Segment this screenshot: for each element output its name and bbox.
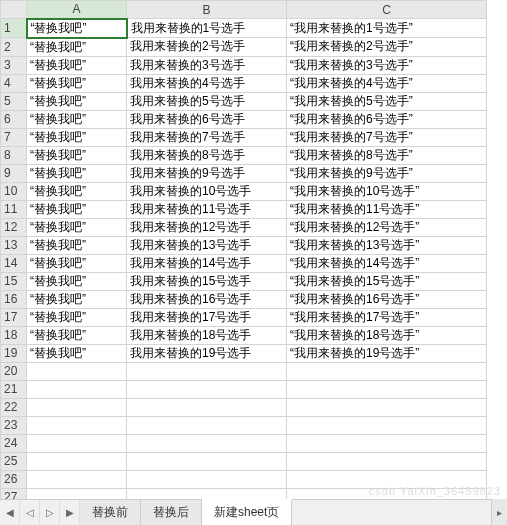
cell[interactable]: “替换我吧”: [27, 74, 127, 92]
cell[interactable]: 我用来替换的16号选手: [127, 290, 287, 308]
row-header[interactable]: 2: [1, 38, 27, 57]
cell[interactable]: 我用来替换的7号选手: [127, 128, 287, 146]
cell[interactable]: [127, 416, 287, 434]
cell[interactable]: “替换我吧”: [27, 254, 127, 272]
cell[interactable]: “我用来替换的18号选手”: [287, 326, 487, 344]
cell[interactable]: 我用来替换的3号选手: [127, 56, 287, 74]
cell[interactable]: [127, 362, 287, 380]
row-header[interactable]: 9: [1, 164, 27, 182]
row-header[interactable]: 11: [1, 200, 27, 218]
cell[interactable]: “替换我吧”: [27, 164, 127, 182]
cell[interactable]: 我用来替换的1号选手: [127, 19, 287, 38]
nav-last-icon[interactable]: ▶: [60, 500, 80, 525]
cell[interactable]: “我用来替换的10号选手”: [287, 182, 487, 200]
row-header[interactable]: 12: [1, 218, 27, 236]
row-header[interactable]: 21: [1, 380, 27, 398]
row-header[interactable]: 24: [1, 434, 27, 452]
cell[interactable]: 我用来替换的2号选手: [127, 38, 287, 57]
cell[interactable]: [127, 434, 287, 452]
cell[interactable]: [27, 470, 127, 488]
col-header-A[interactable]: A: [27, 1, 127, 19]
cell[interactable]: [127, 470, 287, 488]
cell[interactable]: “我用来替换的11号选手”: [287, 200, 487, 218]
cell[interactable]: “我用来替换的13号选手”: [287, 236, 487, 254]
cell[interactable]: “替换我吧”: [27, 92, 127, 110]
cell[interactable]: “我用来替换的1号选手”: [287, 19, 487, 38]
row-header[interactable]: 4: [1, 74, 27, 92]
cell[interactable]: 我用来替换的5号选手: [127, 92, 287, 110]
cell[interactable]: [127, 398, 287, 416]
cell[interactable]: 我用来替换的18号选手: [127, 326, 287, 344]
row-header[interactable]: 23: [1, 416, 27, 434]
cell[interactable]: 我用来替换的4号选手: [127, 74, 287, 92]
cell[interactable]: 我用来替换的6号选手: [127, 110, 287, 128]
cell[interactable]: [27, 452, 127, 470]
row-header[interactable]: 14: [1, 254, 27, 272]
nav-prev-icon[interactable]: ◁: [20, 500, 40, 525]
select-all-corner[interactable]: [1, 1, 27, 19]
row-header[interactable]: 18: [1, 326, 27, 344]
cell[interactable]: “我用来替换的7号选手”: [287, 128, 487, 146]
nav-first-icon[interactable]: ◀: [0, 500, 20, 525]
col-header-B[interactable]: B: [127, 1, 287, 19]
cell[interactable]: [287, 380, 487, 398]
row-header[interactable]: 3: [1, 56, 27, 74]
cell[interactable]: [27, 416, 127, 434]
cell[interactable]: “我用来替换的4号选手”: [287, 74, 487, 92]
cell[interactable]: 我用来替换的14号选手: [127, 254, 287, 272]
scroll-right-icon[interactable]: ▸: [491, 499, 507, 525]
col-header-C[interactable]: C: [287, 1, 487, 19]
cell[interactable]: “我用来替换的17号选手”: [287, 308, 487, 326]
cell[interactable]: “替换我吧”: [27, 290, 127, 308]
sheet-tab-new[interactable]: 新建sheet页: [202, 499, 292, 525]
cell[interactable]: [127, 452, 287, 470]
cell[interactable]: “替换我吧”: [27, 146, 127, 164]
cell[interactable]: “替换我吧”: [27, 236, 127, 254]
cell[interactable]: “替换我吧”: [27, 218, 127, 236]
cell[interactable]: “我用来替换的9号选手”: [287, 164, 487, 182]
cell[interactable]: [287, 416, 487, 434]
cell[interactable]: [127, 380, 287, 398]
cell[interactable]: [287, 362, 487, 380]
cell[interactable]: 我用来替换的13号选手: [127, 236, 287, 254]
cell[interactable]: “我用来替换的19号选手”: [287, 344, 487, 362]
row-header[interactable]: 25: [1, 452, 27, 470]
row-header[interactable]: 26: [1, 470, 27, 488]
cell[interactable]: [287, 452, 487, 470]
cell[interactable]: “我用来替换的3号选手”: [287, 56, 487, 74]
cell[interactable]: “替换我吧”: [27, 19, 127, 38]
sheet-tab-before[interactable]: 替换前: [80, 500, 141, 525]
cell[interactable]: “替换我吧”: [27, 128, 127, 146]
cell[interactable]: [27, 380, 127, 398]
cell[interactable]: “替换我吧”: [27, 200, 127, 218]
cell[interactable]: “我用来替换的16号选手”: [287, 290, 487, 308]
cell[interactable]: “替换我吧”: [27, 272, 127, 290]
row-header[interactable]: 8: [1, 146, 27, 164]
cell[interactable]: 我用来替换的8号选手: [127, 146, 287, 164]
cell[interactable]: “替换我吧”: [27, 38, 127, 57]
row-header[interactable]: 10: [1, 182, 27, 200]
row-header[interactable]: 1: [1, 19, 27, 38]
row-header[interactable]: 20: [1, 362, 27, 380]
cell[interactable]: 我用来替换的19号选手: [127, 344, 287, 362]
cell[interactable]: 我用来替换的17号选手: [127, 308, 287, 326]
cell[interactable]: “我用来替换的14号选手”: [287, 254, 487, 272]
cell[interactable]: “我用来替换的12号选手”: [287, 218, 487, 236]
cell[interactable]: “替换我吧”: [27, 344, 127, 362]
cell[interactable]: 我用来替换的9号选手: [127, 164, 287, 182]
cell[interactable]: “我用来替换的8号选手”: [287, 146, 487, 164]
cell[interactable]: “替换我吧”: [27, 326, 127, 344]
row-header[interactable]: 17: [1, 308, 27, 326]
cell[interactable]: “替换我吧”: [27, 308, 127, 326]
row-header[interactable]: 15: [1, 272, 27, 290]
nav-next-icon[interactable]: ▷: [40, 500, 60, 525]
cell[interactable]: [287, 434, 487, 452]
cell[interactable]: “替换我吧”: [27, 182, 127, 200]
cell[interactable]: “我用来替换的5号选手”: [287, 92, 487, 110]
row-header[interactable]: 13: [1, 236, 27, 254]
cell[interactable]: 我用来替换的11号选手: [127, 200, 287, 218]
row-header[interactable]: 19: [1, 344, 27, 362]
cell[interactable]: “替换我吧”: [27, 110, 127, 128]
cell[interactable]: [27, 434, 127, 452]
row-header[interactable]: 16: [1, 290, 27, 308]
